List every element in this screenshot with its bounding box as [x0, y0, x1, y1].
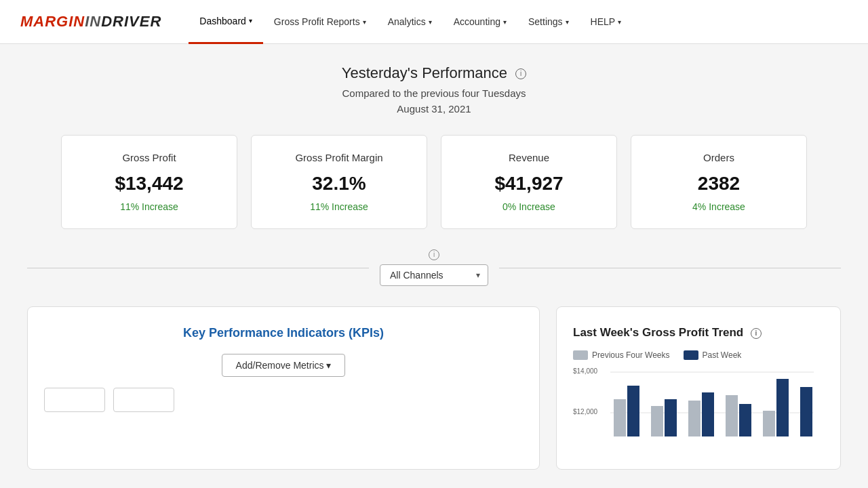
logo: MARGININDRIVER: [20, 13, 161, 30]
svg-rect-12: [763, 411, 775, 436]
channel-line-left: [27, 268, 369, 268]
gp-trend-panel: Last Week's Gross Profit Trend i Previou…: [556, 306, 841, 470]
logo-margin: MARGIN: [20, 13, 85, 30]
page-header: Yesterday's Performance i Compared to th…: [27, 64, 841, 115]
kpi-cards-row: Gross Profit $13,442 11% Increase Gross …: [27, 135, 841, 229]
chart-legend: Previous Four Weeks Past Week: [573, 350, 824, 360]
kpi-revenue-label: Revenue: [462, 152, 596, 163]
svg-rect-6: [651, 406, 663, 436]
svg-rect-7: [665, 399, 677, 436]
svg-rect-11: [739, 404, 751, 436]
svg-rect-10: [726, 395, 738, 436]
nav-gpr-caret: ▾: [363, 18, 366, 26]
nav-gross-profit-reports[interactable]: Gross Profit Reports▾: [263, 0, 377, 44]
nav-analytics[interactable]: Analytics▾: [377, 0, 443, 44]
svg-text:$12,000: $12,000: [573, 408, 598, 415]
add-remove-metrics-button[interactable]: Add/Remove Metrics ▾: [222, 354, 346, 377]
legend-swatch-gray: [573, 350, 588, 360]
legend-past-week: Past Week: [684, 350, 742, 360]
nav-dashboard[interactable]: Dashboard▾: [189, 0, 263, 44]
page-title-info-icon[interactable]: i: [515, 68, 526, 79]
nav-dashboard-caret: ▾: [249, 17, 252, 24]
gp-trend-svg: $14,000 $12,000: [573, 367, 817, 448]
kpi-gross-profit-change: 11% Increase: [82, 201, 216, 212]
kpi-gross-profit-value: $13,442: [82, 173, 216, 195]
nav-analytics-caret: ▾: [429, 18, 432, 26]
kpi-orders-label: Orders: [652, 152, 786, 163]
channel-select[interactable]: All Channels Channel 1 Channel 2: [380, 264, 488, 286]
svg-rect-9: [702, 392, 714, 436]
main-nav: Dashboard▾ Gross Profit Reports▾ Analyti…: [189, 0, 848, 44]
main-content: Yesterday's Performance i Compared to th…: [0, 44, 868, 488]
kpi-panel-title: Key Performance Indicators (KPIs): [44, 326, 523, 340]
legend-prev-four-weeks: Previous Four Weeks: [573, 350, 670, 360]
nav-settings[interactable]: Settings▾: [517, 0, 580, 44]
nav-accounting[interactable]: Accounting▾: [443, 0, 517, 44]
channel-info-icon[interactable]: i: [429, 249, 439, 260]
panels-row: Key Performance Indicators (KPIs) Add/Re…: [27, 306, 841, 470]
logo-in: IN: [85, 13, 101, 30]
page-title: Yesterday's Performance i: [27, 64, 841, 82]
kpi-card-orders: Orders 2382 4% Increase: [631, 135, 807, 229]
kpi-gpm-value: 32.1%: [272, 173, 406, 195]
gp-trend-title: Last Week's Gross Profit Trend i: [573, 326, 824, 340]
kpi-panel: Key Performance Indicators (KPIs) Add/Re…: [27, 306, 540, 470]
kpi-gpm-change: 11% Increase: [272, 201, 406, 212]
kpi-orders-value: 2382: [652, 173, 786, 195]
svg-rect-14: [800, 387, 812, 436]
channel-line-right: [499, 268, 841, 268]
kpi-gross-profit-label: Gross Profit: [82, 152, 216, 163]
nav-help[interactable]: HELP▾: [580, 0, 633, 44]
gp-trend-info-icon[interactable]: i: [751, 328, 762, 339]
kpi-card-gross-profit-margin: Gross Profit Margin 32.1% 11% Increase: [251, 135, 427, 229]
kpi-card-revenue: Revenue $41,927 0% Increase: [441, 135, 617, 229]
kpi-card-gross-profit: Gross Profit $13,442 11% Increase: [61, 135, 237, 229]
kpi-revenue-change: 0% Increase: [462, 201, 596, 212]
kpi-gpm-label: Gross Profit Margin: [272, 152, 406, 163]
legend-swatch-blue: [684, 350, 698, 360]
svg-text:$14,000: $14,000: [573, 367, 598, 375]
add-remove-caret: ▾: [326, 360, 331, 371]
channel-center: i All Channels Channel 1 Channel 2 ▾: [369, 249, 499, 286]
nav-accounting-caret: ▾: [503, 18, 507, 26]
nav-settings-caret: ▾: [566, 18, 569, 26]
gp-trend-chart: $14,000 $12,000: [573, 367, 824, 450]
page-subtitle: Compared to the previous four Tuesdays: [27, 87, 841, 99]
svg-rect-5: [627, 386, 639, 436]
header: MARGININDRIVER Dashboard▾ Gross Profit R…: [0, 0, 868, 44]
channel-select-wrap: All Channels Channel 1 Channel 2 ▾: [380, 264, 488, 286]
page-date: August 31, 2021: [27, 103, 841, 115]
kpi-revenue-value: $41,927: [462, 173, 596, 195]
svg-rect-13: [776, 379, 789, 436]
svg-rect-4: [614, 399, 626, 436]
channel-section: i All Channels Channel 1 Channel 2 ▾: [27, 249, 841, 286]
kpi-orders-change: 4% Increase: [652, 201, 786, 212]
svg-rect-8: [688, 401, 701, 436]
nav-help-caret: ▾: [618, 18, 621, 26]
logo-driver: DRIVER: [101, 13, 161, 30]
